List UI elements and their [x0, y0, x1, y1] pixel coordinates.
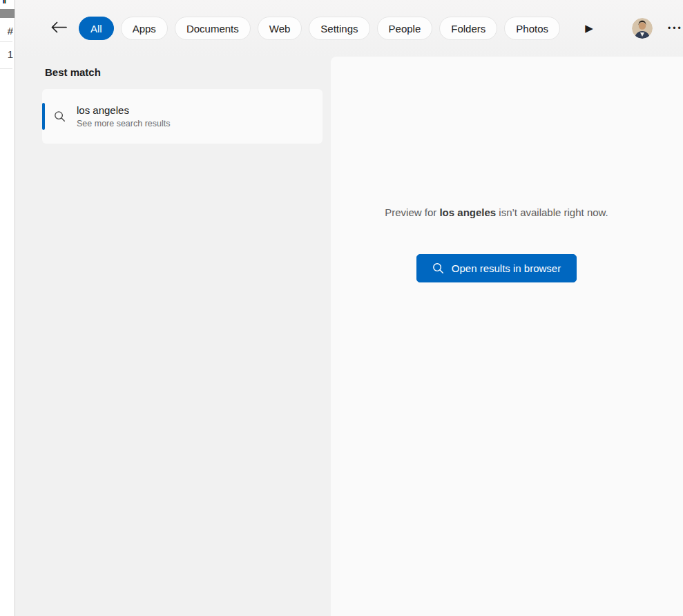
back-button[interactable] [48, 18, 69, 39]
best-match-heading: Best match [45, 66, 331, 78]
result-text: los angeles See more search results [77, 104, 170, 128]
back-arrow-icon [50, 21, 67, 35]
more-filters-arrow-icon[interactable]: ▶ [581, 20, 597, 37]
result-title: los angeles [77, 104, 170, 116]
spreadsheet-row-number: 1 [0, 48, 13, 60]
search-filter-bar: All Apps Documents Web Settings People F… [15, 0, 683, 57]
result-subtitle: See more search results [77, 119, 170, 128]
background-toolbar-strip [0, 9, 15, 18]
filter-tab-documents[interactable]: Documents [175, 17, 251, 40]
preview-unavailable-message: Preview for los angeles isn’t available … [385, 206, 608, 218]
filter-tab-folders[interactable]: Folders [439, 17, 497, 40]
spreadsheet-row-divider [0, 68, 12, 69]
filter-tab-apps[interactable]: Apps [121, 17, 168, 40]
filter-pills: All Apps Documents Web Settings People F… [79, 17, 560, 40]
open-results-label: Open results in browser [452, 262, 561, 274]
search-icon [54, 110, 66, 122]
filter-tab-photos[interactable]: Photos [504, 17, 560, 40]
filter-tab-settings[interactable]: Settings [309, 17, 369, 40]
avatar[interactable] [632, 18, 653, 39]
preview-panel: Preview for los angeles isn’t available … [331, 57, 683, 616]
results-column: Best match los angeles See more search r… [15, 57, 331, 616]
filter-tab-web[interactable]: Web [258, 17, 302, 40]
search-flyout: All Apps Documents Web Settings People F… [15, 0, 683, 616]
selection-accent-bar [42, 103, 45, 130]
filter-tab-people[interactable]: People [377, 17, 433, 40]
background-window-sliver: # 1 [0, 0, 15, 616]
more-options-icon[interactable]: ••• [668, 20, 683, 37]
search-results-area: Best match los angeles See more search r… [15, 57, 683, 616]
best-match-result[interactable]: los angeles See more search results [42, 89, 323, 144]
open-results-in-browser-button[interactable]: Open results in browser [416, 254, 577, 282]
filter-tab-all[interactable]: All [79, 17, 114, 40]
spreadsheet-column-header: # [0, 25, 13, 37]
spreadsheet-row-divider [0, 41, 12, 42]
preview-query-text: los angeles [439, 206, 496, 218]
background-app-logo [3, 0, 6, 3]
search-icon [432, 262, 444, 274]
